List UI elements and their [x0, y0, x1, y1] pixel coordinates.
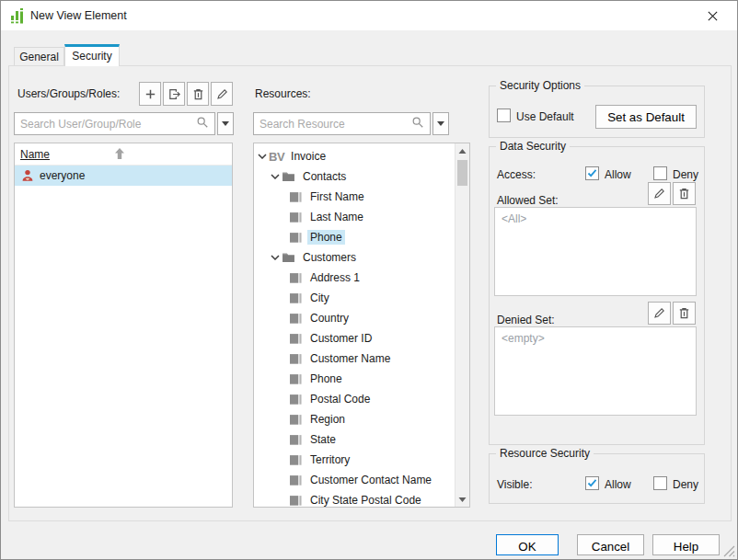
scrollbar-thumb[interactable] — [457, 160, 467, 186]
tree-item[interactable]: Last Name — [254, 207, 455, 227]
tree-item-label: Customers — [300, 250, 359, 265]
field-icon — [289, 352, 304, 365]
tree-item[interactable]: Territory — [254, 450, 455, 470]
user-icon — [20, 168, 35, 183]
use-default-checkbox[interactable] — [497, 109, 511, 122]
security-options-group: Security Options Use Default Set as Defa… — [489, 86, 705, 138]
search-user-input[interactable]: Search User/Group/Role — [14, 112, 215, 135]
help-button[interactable]: Help — [652, 534, 720, 555]
cancel-button[interactable]: Cancel — [577, 534, 644, 555]
allowed-set-value: <All> — [502, 212, 526, 225]
access-label: Access: — [497, 168, 536, 181]
edit-allowed-set-button[interactable] — [648, 182, 671, 205]
access-allow-label: Allow — [605, 168, 631, 181]
visible-deny-checkbox[interactable] — [653, 476, 667, 490]
ok-button[interactable]: OK — [496, 534, 559, 555]
field-icon — [289, 433, 304, 446]
scroll-up-icon[interactable] — [455, 143, 469, 158]
export-user-button[interactable] — [163, 82, 185, 106]
field-icon — [289, 211, 304, 223]
search-resource-input[interactable]: Search Resource — [253, 112, 431, 135]
tree-item-label: Last Name — [307, 210, 366, 224]
search-user-dropdown-button[interactable] — [217, 112, 234, 135]
field-icon — [289, 413, 304, 426]
resources-label: Resources: — [255, 87, 311, 100]
tab-security[interactable]: Security — [64, 44, 120, 66]
tree-item[interactable]: State — [254, 429, 455, 450]
access-allow-checkbox[interactable] — [585, 166, 599, 180]
denied-set-value: <empty> — [502, 332, 545, 345]
search-resource-placeholder: Search Resource — [259, 118, 411, 131]
tree-item[interactable]: Customer Name — [254, 349, 455, 369]
resource-tree-rows: BVInvoiceContactsFirst NameLast NamePhon… — [254, 143, 455, 507]
field-icon — [289, 393, 304, 406]
field-icon — [289, 453, 304, 466]
data-security-group: Data Security Access: Allow Deny Allowed… — [489, 146, 705, 445]
chevron-down-icon — [222, 121, 229, 126]
tree-item-label: Customer ID — [307, 331, 375, 346]
business-view-icon: BV — [269, 150, 284, 164]
add-user-button[interactable] — [139, 82, 161, 106]
title-bar: New View Element — [1, 1, 737, 30]
users-list-header[interactable]: Name — [15, 143, 232, 166]
tree-item[interactable]: City State Postal Code — [254, 490, 455, 508]
data-security-title: Data Security — [496, 140, 570, 153]
tree-item-label: City State Postal Code — [307, 493, 424, 508]
chevron-down-icon[interactable] — [256, 154, 269, 159]
tree-item[interactable]: Customer ID — [254, 328, 455, 349]
user-row[interactable]: everyone — [15, 166, 232, 186]
tree-item[interactable]: Phone — [254, 369, 455, 389]
tree-item-label: Postal Code — [307, 392, 373, 406]
tree-item[interactable]: City — [254, 288, 455, 308]
field-icon — [289, 291, 304, 304]
tree-item[interactable]: Address 1 — [254, 268, 455, 288]
chevron-down-icon[interactable] — [269, 174, 282, 179]
edit-denied-set-button[interactable] — [648, 302, 671, 325]
tree-item[interactable]: Contacts — [254, 166, 455, 187]
visible-allow-label: Allow — [605, 478, 631, 491]
tree-item-label: Customer Contact Name — [307, 473, 434, 487]
scroll-down-icon[interactable] — [455, 492, 469, 507]
denied-set-label: Denied Set: — [497, 314, 555, 326]
allowed-set-label: Allowed Set: — [497, 194, 559, 207]
denied-set-box[interactable]: <empty> — [494, 326, 697, 416]
app-logo-icon — [9, 7, 26, 24]
tree-item-label: Address 1 — [307, 270, 363, 285]
security-options-title: Security Options — [496, 79, 584, 92]
tree-item-label: Region — [307, 412, 348, 427]
field-icon — [289, 190, 304, 203]
field-icon — [289, 474, 304, 486]
use-default-label: Use Default — [516, 110, 574, 123]
tree-item[interactable]: Region — [254, 409, 455, 429]
search-icon — [411, 116, 424, 131]
name-column-header[interactable]: Name — [20, 148, 50, 161]
close-icon[interactable] — [700, 5, 724, 27]
tree-item[interactable]: Customer Contact Name — [254, 470, 455, 490]
chevron-down-icon[interactable] — [269, 255, 282, 260]
resize-grip[interactable] — [723, 545, 735, 557]
tree-item[interactable]: First Name — [254, 187, 455, 207]
access-deny-checkbox[interactable] — [653, 166, 667, 180]
visible-allow-checkbox[interactable] — [585, 476, 599, 490]
edit-user-button[interactable] — [211, 82, 233, 106]
tab-security-label: Security — [72, 50, 111, 63]
sort-ascending-icon — [114, 147, 125, 163]
tab-general[interactable]: General — [14, 47, 64, 66]
search-icon — [196, 116, 209, 131]
search-resource-dropdown-button[interactable] — [432, 112, 449, 135]
tree-item[interactable]: Phone — [254, 227, 455, 247]
clear-denied-set-button[interactable] — [673, 302, 696, 325]
tree-scrollbar[interactable] — [455, 143, 469, 507]
field-icon — [289, 332, 304, 345]
tree-item[interactable]: Country — [254, 308, 455, 328]
tree-item[interactable]: BVInvoice — [254, 146, 455, 166]
tree-item[interactable]: Postal Code — [254, 389, 455, 409]
allowed-set-box[interactable]: <All> — [494, 207, 697, 296]
clear-allowed-set-button[interactable] — [673, 182, 696, 205]
delete-user-button[interactable] — [187, 82, 209, 106]
resource-security-title: Resource Security — [496, 447, 594, 460]
tree-item[interactable]: Customers — [254, 247, 455, 268]
set-as-default-button[interactable]: Set as Default — [595, 105, 697, 129]
tree-item-label: State — [307, 432, 339, 447]
search-user-placeholder: Search User/Group/Role — [20, 118, 196, 131]
